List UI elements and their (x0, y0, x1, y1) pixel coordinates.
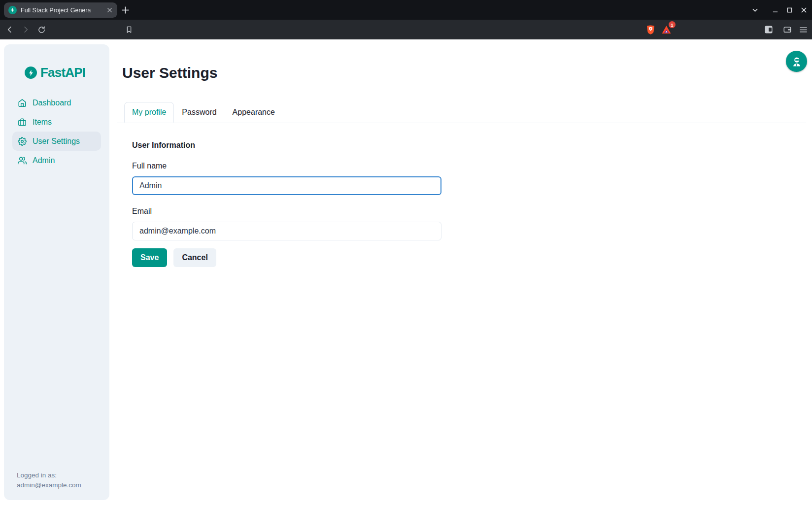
save-button[interactable]: Save (132, 248, 167, 267)
browser-tab[interactable]: Full Stack Project Genera (4, 2, 117, 18)
sidebar-item-items[interactable]: Items (12, 112, 101, 132)
close-window-button[interactable] (797, 3, 811, 17)
section-title: User Information (132, 141, 441, 150)
sidebar-item-label: Items (33, 118, 52, 127)
tab-password[interactable]: Password (174, 102, 224, 123)
fastapi-logo-text: FastAPI (40, 65, 85, 80)
cancel-button[interactable]: Cancel (173, 248, 216, 267)
logged-in-info: Logged in as: admin@example.com (4, 471, 109, 500)
tab-my-profile[interactable]: My profile (124, 102, 174, 123)
form-buttons: Save Cancel (132, 248, 441, 267)
sidebar-nav: Dashboard Items User Settings Admin (12, 93, 101, 170)
browser-toolbar: localhost /settings 1 (0, 20, 812, 39)
rewards-badge: 1 (669, 21, 676, 28)
fastapi-favicon-icon (8, 6, 17, 14)
sidebar-panel-icon[interactable] (763, 24, 775, 35)
new-tab-button[interactable] (120, 4, 131, 16)
app-page: FastAPI Dashboard Items User Settings Ad… (0, 39, 812, 505)
bookmark-icon[interactable] (123, 24, 135, 35)
users-icon (18, 156, 27, 165)
sidebar-item-dashboard[interactable]: Dashboard (12, 93, 101, 112)
user-information-form: User Information Full name Email Save Ca… (132, 141, 441, 267)
sidebar-item-label: Dashboard (33, 99, 71, 107)
sidebar-item-admin[interactable]: Admin (12, 151, 101, 170)
fastapi-logo: FastAPI (25, 65, 109, 80)
sidebar: FastAPI Dashboard Items User Settings Ad… (4, 44, 109, 500)
logged-in-email: admin@example.com (17, 480, 103, 490)
briefcase-icon (18, 118, 27, 127)
tab-search-chevron-icon[interactable] (748, 3, 762, 17)
sidebar-item-user-settings[interactable]: User Settings (12, 132, 101, 151)
tab-appearance[interactable]: Appearance (225, 102, 283, 123)
window-controls (748, 0, 811, 20)
minimize-button[interactable] (768, 3, 782, 17)
email-label: Email (132, 207, 441, 216)
tab-title: Full Stack Project Genera (21, 7, 102, 14)
hamburger-menu-icon[interactable] (797, 24, 809, 35)
reload-button[interactable] (35, 24, 47, 35)
sidebar-item-label: User Settings (33, 137, 80, 146)
main-content: User Settings My profile Password Appear… (117, 39, 806, 267)
full-name-label: Full name (132, 162, 441, 170)
settings-tabs: My profile Password Appearance (117, 102, 806, 123)
email-input[interactable] (132, 222, 441, 240)
browser-titlebar: Full Stack Project Genera (0, 0, 812, 20)
back-button[interactable] (4, 24, 16, 35)
home-icon (18, 99, 27, 107)
gear-icon (18, 137, 27, 146)
sidebar-item-label: Admin (33, 156, 55, 165)
brave-rewards-icon[interactable]: 1 (660, 24, 672, 35)
page-title: User Settings (122, 64, 806, 81)
maximize-button[interactable] (782, 3, 797, 17)
full-name-input[interactable] (132, 176, 441, 195)
tab-close-icon[interactable] (105, 6, 114, 14)
logged-in-label: Logged in as: (17, 471, 103, 480)
fastapi-bolt-icon (25, 67, 37, 79)
forward-button[interactable] (20, 24, 32, 35)
brave-shield-icon[interactable] (644, 24, 656, 35)
wallet-icon[interactable] (781, 24, 793, 35)
